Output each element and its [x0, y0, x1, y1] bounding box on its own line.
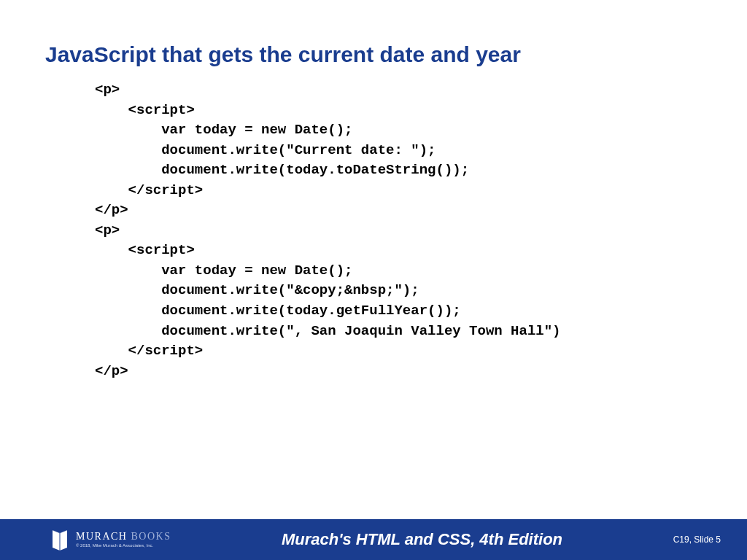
footer-book-title: Murach's HTML and CSS, 4th Edition: [171, 530, 673, 549]
logo-brand: MURACH: [76, 531, 127, 542]
logo-copyright: © 2018, Mike Murach & Associates, Inc.: [76, 543, 171, 548]
logo-brand-suffix: BOOKS: [127, 531, 171, 542]
book-icon: [51, 529, 69, 551]
slide: JavaScript that gets the current date an…: [0, 0, 747, 560]
logo-brand-text: MURACH BOOKS: [76, 532, 171, 542]
code-example: <p> <script> var today = new Date(); doc…: [0, 80, 747, 381]
slide-title: JavaScript that gets the current date an…: [0, 0, 747, 80]
logo-text-wrap: MURACH BOOKS © 2018, Mike Murach & Assoc…: [76, 532, 171, 548]
slide-footer: MURACH BOOKS © 2018, Mike Murach & Assoc…: [0, 519, 747, 560]
footer-slide-ref: C19, Slide 5: [673, 534, 747, 545]
footer-logo: MURACH BOOKS © 2018, Mike Murach & Assoc…: [0, 519, 171, 560]
